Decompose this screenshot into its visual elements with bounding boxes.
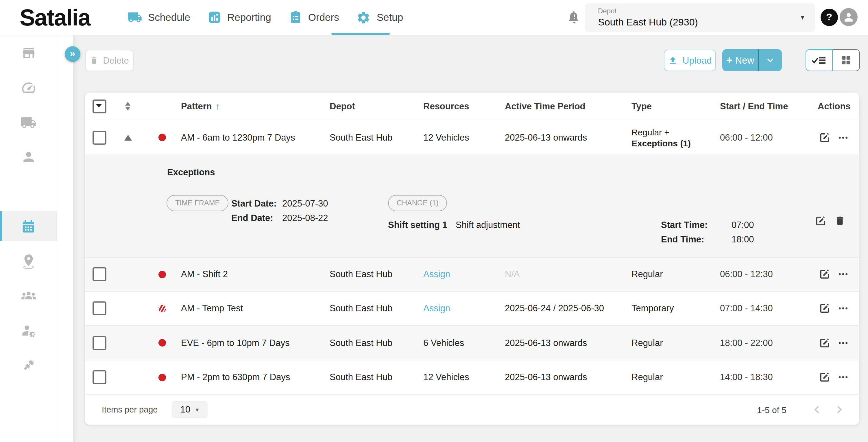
collapsed-panel-rail <box>57 35 73 442</box>
edit-exception-icon[interactable] <box>815 215 826 227</box>
more-options-icon[interactable] <box>838 337 848 348</box>
new-button-dropdown[interactable] <box>759 49 782 71</box>
gear-icon <box>356 10 371 25</box>
sidebar-item-shift-patterns[interactable] <box>0 211 57 241</box>
exceptions-panel: Exceptions TIME FRAME Start Date: 2025-0… <box>85 154 859 258</box>
plug-icon <box>20 357 37 374</box>
resources-cell: 12 Vehicles <box>423 372 505 382</box>
table-row[interactable]: PM - 2pm to 630pm 7 Days South East Hub … <box>85 360 859 394</box>
time-cell: 18:00 - 22:00 <box>720 337 818 348</box>
end-time-label: End Time: <box>661 234 704 245</box>
depot-selector[interactable]: Depot South East Hub (2930) ▾ <box>585 3 815 32</box>
user-avatar[interactable] <box>840 8 858 26</box>
table-row[interactable]: AM - Temp Test South East Hub Assign 202… <box>85 292 859 326</box>
trash-icon <box>90 56 98 65</box>
active-period-cell: 2025-06-24 / 2025-06-30 <box>505 303 631 314</box>
store-icon <box>21 45 36 61</box>
column-header-depot[interactable]: Depot <box>330 101 423 111</box>
select-all-checkbox[interactable] <box>93 99 106 113</box>
sidebar-item-vehicles[interactable] <box>0 108 57 137</box>
type-cell: Regular <box>631 337 720 348</box>
sidebar-item-dashboard[interactable] <box>0 73 57 102</box>
time-cell: 06:00 - 12:30 <box>720 269 818 279</box>
list-view-button[interactable] <box>806 49 833 71</box>
grid-view-button[interactable] <box>833 49 860 71</box>
expand-panel-button[interactable]: » <box>65 46 81 62</box>
assign-link[interactable]: Assign <box>423 269 450 279</box>
depot-selector-label: Depot <box>598 7 616 15</box>
row-checkbox[interactable] <box>93 267 106 281</box>
column-header-resources[interactable]: Resources <box>423 101 505 111</box>
delete-exception-icon[interactable] <box>834 215 845 226</box>
column-header-start-end-time[interactable]: Start / End Time <box>720 101 818 111</box>
sidebar-item-integrations[interactable] <box>0 351 57 380</box>
page-size-select[interactable]: 10 ▾ <box>172 401 207 418</box>
items-per-page-label: Items per page <box>102 405 158 414</box>
time-cell: 06:00 - 12:00 <box>720 132 818 143</box>
person-icon <box>842 11 855 23</box>
active-tab-indicator <box>331 33 390 35</box>
start-time-label: Start Time: <box>661 220 708 230</box>
new-button[interactable]: + New <box>722 49 759 71</box>
top-bar: Satalia Schedule Reporting Orders Setup … <box>0 0 868 35</box>
checkbox-dropdown-icon <box>95 103 102 108</box>
edit-icon[interactable] <box>819 372 830 383</box>
sidebar-item-drivers[interactable] <box>0 142 57 172</box>
delete-button[interactable]: Delete <box>85 50 133 71</box>
sidebar-item-teams[interactable] <box>0 281 57 311</box>
upload-button[interactable]: Upload <box>664 50 716 71</box>
help-button[interactable]: ? <box>820 9 838 26</box>
nav-tab-schedule[interactable]: Schedule <box>127 10 190 25</box>
grid-icon <box>840 54 852 66</box>
status-dot <box>158 339 166 347</box>
column-header-active-time-period[interactable]: Active Time Period <box>505 101 631 111</box>
edit-icon[interactable] <box>819 131 830 143</box>
more-options-icon[interactable] <box>838 269 848 279</box>
previous-page-button[interactable] <box>811 403 824 416</box>
sidebar-item-depots[interactable] <box>0 38 57 68</box>
status-dot <box>158 374 166 381</box>
column-header-pattern[interactable]: Pattern↑ <box>181 101 330 111</box>
row-checkbox[interactable] <box>93 301 106 315</box>
table-row[interactable]: AM - 6am to 1230pm 7 Days South East Hub… <box>85 120 859 154</box>
person-icon <box>21 149 36 165</box>
sidebar-item-user-management[interactable] <box>0 316 57 345</box>
active-period-cell: 2025-06-13 onwards <box>505 132 631 143</box>
nav-tab-orders[interactable]: Orders <box>288 10 339 24</box>
notification-bell-icon[interactable] <box>567 10 581 24</box>
more-options-icon[interactable] <box>838 372 848 382</box>
assign-link[interactable]: Assign <box>423 303 450 313</box>
shift-patterns-table: Pattern↑ Depot Resources Active Time Per… <box>85 93 859 425</box>
edit-icon[interactable] <box>819 337 830 349</box>
row-checkbox[interactable] <box>93 370 106 384</box>
table-row[interactable]: AM - Shift 2 South East Hub Assign N/A R… <box>85 258 859 292</box>
truck-icon <box>20 114 36 130</box>
sidebar-item-locations[interactable] <box>0 246 57 276</box>
more-options-icon[interactable] <box>838 132 848 143</box>
edit-icon[interactable] <box>819 268 830 280</box>
column-header-type[interactable]: Type <box>631 101 720 111</box>
depot-cell: South East Hub <box>330 337 423 348</box>
status-dot <box>158 270 166 278</box>
chevron-down-icon <box>766 56 775 65</box>
upload-button-label: Upload <box>682 55 712 66</box>
depot-cell: South East Hub <box>330 372 423 382</box>
upload-icon <box>668 56 678 65</box>
next-page-button[interactable] <box>833 403 845 416</box>
sidebar <box>0 35 57 442</box>
sort-ascending-icon: ↑ <box>215 101 220 111</box>
active-period-cell: 2025-06-13 onwards <box>505 372 631 382</box>
plus-icon: + <box>726 54 732 66</box>
groups-icon <box>20 288 37 304</box>
expand-sort-control[interactable] <box>125 102 131 111</box>
table-row[interactable]: EVE - 6pm to 10pm 7 Days South East Hub … <box>85 326 859 360</box>
type-cell: Regular +Exceptions (1) <box>631 126 720 148</box>
nav-tab-reporting[interactable]: Reporting <box>208 10 271 24</box>
collapse-row-icon[interactable] <box>124 135 131 140</box>
speedometer-icon <box>21 80 36 95</box>
more-options-icon[interactable] <box>838 303 848 314</box>
row-checkbox[interactable] <box>93 130 106 144</box>
nav-tab-setup[interactable]: Setup <box>356 10 403 25</box>
edit-icon[interactable] <box>819 302 830 314</box>
row-checkbox[interactable] <box>93 336 106 350</box>
